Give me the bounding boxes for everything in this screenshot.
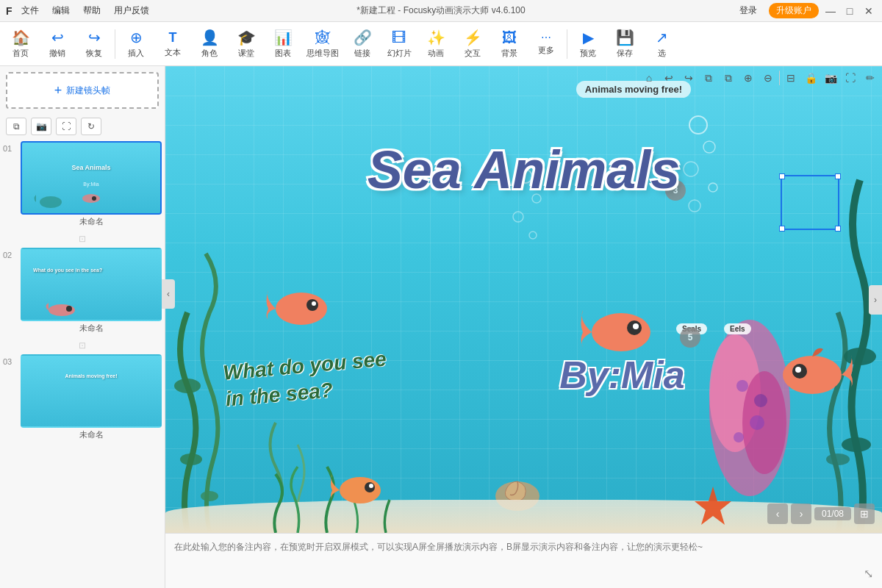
frame-actions: ⧉ 📷 ⛶ ↻ — [0, 115, 165, 138]
menu-edit[interactable]: 编辑 — [46, 1, 76, 20]
fit-button[interactable]: ⛶ — [56, 118, 76, 135]
sel-handle-bl[interactable] — [779, 226, 785, 232]
close-button[interactable]: ✕ — [861, 4, 876, 18]
tool-text[interactable]: T 文本 — [155, 24, 190, 64]
canvas-zoomout-btn[interactable]: ⊖ — [759, 69, 777, 87]
svg-point-22 — [684, 162, 698, 176]
collapse-sidebar-button[interactable]: ‹ — [162, 279, 175, 309]
canvas-sep — [779, 71, 780, 85]
canvas-lock-btn[interactable]: 🔒 — [802, 69, 820, 87]
tool-select[interactable]: ↗ 选 — [644, 24, 679, 64]
canvas-byline: By:Mia — [559, 353, 684, 397]
menu-file[interactable]: 文件 — [15, 1, 45, 20]
tool-class[interactable]: 🎓 课堂 — [229, 24, 264, 64]
copy-frame-button[interactable]: ⧉ — [6, 118, 26, 135]
slide-thumb-3[interactable]: Animals moving free! — [21, 354, 162, 428]
main-area: + 新建镜头帧 ⧉ 📷 ⛶ ↻ 01 — [0, 66, 882, 588]
tool-link[interactable]: 🔗 链接 — [345, 24, 380, 64]
svg-point-23 — [709, 183, 717, 192]
menu-help[interactable]: 帮助 — [77, 1, 107, 20]
screenshot-button[interactable]: 📷 — [31, 118, 51, 135]
canvas-copy2-btn[interactable]: ⧉ — [720, 69, 737, 87]
svg-point-30 — [306, 299, 318, 311]
titlebar: F 文件 编辑 帮助 用户反馈 *新建工程 - Focusky动画演示大师 v4… — [0, 0, 882, 22]
svg-point-21 — [703, 141, 715, 153]
tool-class-label: 课堂 — [238, 48, 254, 59]
new-frame-button[interactable]: + 新建镜头帧 — [6, 72, 159, 109]
canvas-zoomin-btn[interactable]: ⊕ — [739, 69, 757, 87]
expand-page-btn[interactable]: ⊞ — [854, 503, 875, 524]
notes-input[interactable] — [174, 541, 873, 581]
expand-side-button[interactable]: › — [869, 285, 882, 315]
slide-thumb-2[interactable]: What do you see in the sea? — [21, 248, 162, 321]
svg-point-40 — [795, 367, 801, 373]
rotate-button[interactable]: ↻ — [81, 118, 101, 135]
text-icon: T — [169, 30, 177, 46]
app-logo: F — [6, 5, 12, 17]
svg-point-9 — [844, 348, 876, 365]
svg-point-39 — [792, 364, 807, 379]
slide-item-3: 03 Animals moving free! 未命名 — [3, 354, 162, 442]
tool-bg[interactable]: 🖼 背景 — [492, 24, 527, 64]
canvas-undo-btn[interactable]: ↩ — [660, 69, 678, 87]
tool-role[interactable]: 👤 角色 — [192, 24, 227, 64]
canvas-copy-btn[interactable]: ⧉ — [700, 69, 717, 87]
tool-more[interactable]: ⋯ 更多 — [528, 24, 564, 64]
svg-point-24 — [689, 200, 700, 212]
menu-bar: 文件 编辑 帮助 用户反馈 — [15, 1, 155, 20]
prev-page-btn[interactable]: ‹ — [767, 503, 788, 524]
thumb1-title: Sea Animals — [71, 164, 110, 171]
canvas-redo-btn[interactable]: ↪ — [680, 69, 698, 87]
maximize-button[interactable]: □ — [842, 4, 857, 18]
upgrade-button[interactable]: 升级账户 — [769, 3, 819, 18]
svg-point-1 — [82, 194, 100, 203]
slide-item-1: 01 Sea Ani — [3, 141, 162, 229]
tool-save[interactable]: 💾 保存 — [607, 24, 642, 64]
tool-text-label: 文本 — [165, 47, 181, 58]
sel-handle-tl[interactable] — [779, 173, 785, 179]
svg-point-15 — [750, 415, 764, 430]
canvas-align-btn[interactable]: ⊟ — [782, 69, 800, 87]
next-page-btn[interactable]: › — [791, 503, 811, 524]
svg-point-34 — [633, 323, 639, 329]
login-button[interactable]: 登录 — [732, 3, 764, 18]
tool-undo[interactable]: ↩ 撤销 — [40, 24, 75, 64]
svg-point-13 — [742, 371, 786, 474]
svg-point-37 — [369, 484, 373, 488]
sel-handle-br[interactable] — [835, 226, 841, 232]
canvas-wrapper[interactable]: Seals Eels 3 5 Animals moving free! Sea — [165, 66, 882, 533]
menu-feedback[interactable]: 用户反馈 — [108, 1, 155, 20]
coral-right-svg — [676, 276, 823, 533]
tool-preview-label: 预览 — [580, 48, 596, 59]
canvas-area: ⌂ ↩ ↪ ⧉ ⧉ ⊕ ⊖ ⊟ 🔒 📷 ⛶ ✏ — [165, 66, 882, 588]
num-badge-5: 5 — [680, 327, 700, 348]
canvas-home-btn[interactable]: ⌂ — [640, 69, 658, 87]
tool-preview[interactable]: ▶ 预览 — [570, 24, 606, 64]
tool-interact[interactable]: ⚡ 交互 — [455, 24, 490, 64]
tool-bg-label: 背景 — [501, 48, 517, 59]
class-icon: 🎓 — [237, 29, 256, 46]
tool-anim[interactable]: ✨ 动画 — [418, 24, 453, 64]
tool-home[interactable]: 🏠 首页 — [3, 24, 38, 64]
canvas-edit-btn[interactable]: ✏ — [861, 69, 879, 87]
tool-insert[interactable]: ⊕ 插入 — [118, 24, 154, 64]
slide-item-2: 02 What do you see in the sea? — [3, 248, 162, 335]
select-icon: ↗ — [656, 29, 668, 46]
canvas-camera-btn[interactable]: 📷 — [822, 69, 839, 87]
minimize-button[interactable]: — — [823, 4, 838, 18]
sel-handle-tr[interactable] — [835, 173, 841, 179]
slide-thumb-1[interactable]: Sea Animals By:Mia — [21, 141, 162, 215]
mindmap-icon: 🕸 — [315, 29, 330, 46]
svg-point-6 — [174, 379, 201, 393]
fish4-svg — [772, 334, 860, 408]
tool-redo[interactable]: ↪ 恢复 — [76, 24, 112, 64]
expand-notes-button[interactable]: ⤡ — [864, 567, 873, 581]
tool-slide[interactable]: 🎞 幻灯片 — [381, 24, 417, 64]
toolbar-sep-2 — [567, 29, 567, 59]
selection-box[interactable] — [781, 175, 839, 230]
tool-undo-label: 撤销 — [49, 48, 65, 59]
tool-mindmap[interactable]: 🕸 思维导图 — [302, 24, 343, 64]
canvas-fit-btn[interactable]: ⛶ — [842, 69, 859, 87]
grid-overlay — [165, 66, 882, 533]
tool-chart[interactable]: 📊 图表 — [265, 24, 301, 64]
